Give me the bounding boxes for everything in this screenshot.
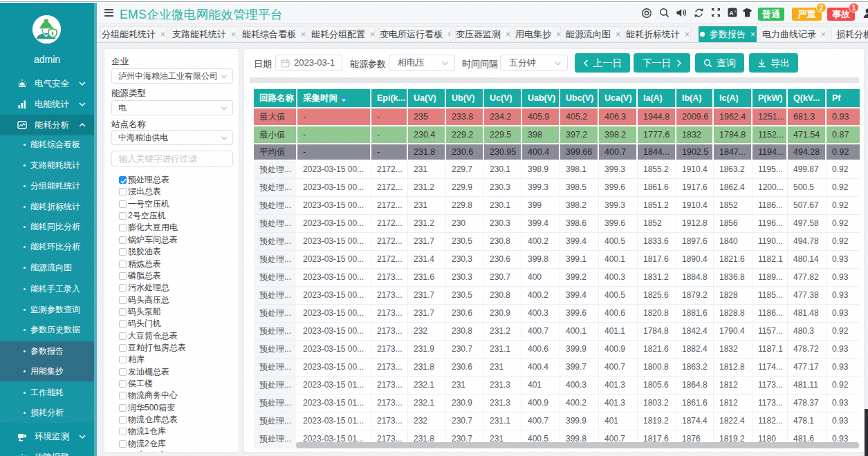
svg-text:A: A: [729, 10, 734, 17]
svg-text:x: x: [735, 9, 737, 13]
